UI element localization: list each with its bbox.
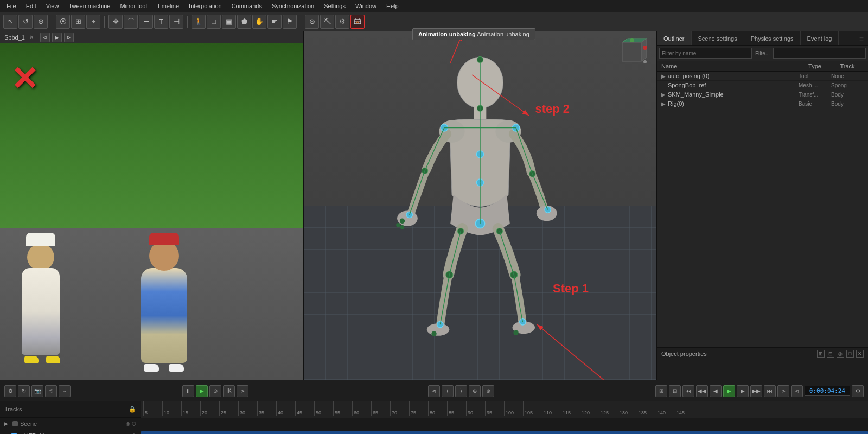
menu-file[interactable]: File <box>2 2 21 10</box>
tb-ik-btn[interactable]: IK <box>223 385 235 397</box>
tb-prev[interactable]: ◀◀ <box>696 385 708 397</box>
menu-help[interactable]: Help <box>382 2 403 10</box>
snap-btn[interactable]: ⌖ <box>86 15 100 29</box>
tb-next-ff[interactable]: ▶▶ <box>750 385 762 397</box>
tab-physics-settings[interactable]: Physics settings <box>744 31 801 45</box>
outliner-item-spongbob[interactable]: SpongBob_ref Mesh ... Spong <box>657 81 868 90</box>
tb-prev-f[interactable]: ◀ <box>710 385 722 397</box>
tb-play-r[interactable]: ▶ <box>723 385 735 397</box>
transform-btn[interactable]: ↖ <box>3 15 17 29</box>
left-transport: ⚙ ↻ 📷 ⟲ → ⏸ ▶ ⊙ IK ⊳ <box>4 385 276 397</box>
panel-menu-icon[interactable]: ≡ <box>855 34 868 43</box>
search-input[interactable] <box>659 48 752 59</box>
finger-btn[interactable]: ☛ <box>267 15 282 29</box>
tab-event-log[interactable]: Event log <box>801 31 839 45</box>
video-ctrl-3[interactable]: ⊳ <box>64 33 74 42</box>
video-ctrl-2[interactable]: ▶ <box>52 33 62 42</box>
tb-loop[interactable]: ⟲ <box>45 385 57 397</box>
box2-btn[interactable]: ▣ <box>222 15 236 29</box>
rm-25: 25 <box>219 401 238 416</box>
timeline-header-row: Tracks 🔒 5 10 15 20 25 30 35 40 45 50 55… <box>0 401 868 418</box>
rotate-btn[interactable]: ↺ <box>18 15 33 29</box>
bracket-btn[interactable]: ⊣ <box>169 15 183 29</box>
menu-settings[interactable]: Settings <box>320 2 350 10</box>
tb-next-f[interactable]: ▶ <box>737 385 749 397</box>
lock-icon[interactable]: 🔒 <box>129 406 136 413</box>
filter-input[interactable] <box>773 48 866 59</box>
tb-something[interactable]: ⊛ <box>482 385 494 397</box>
tb-prev-kf[interactable]: ⟨ <box>442 385 454 397</box>
tb-r2[interactable]: ⊟ <box>669 385 681 397</box>
tb-end[interactable]: ⏭ <box>764 385 776 397</box>
obj-icon-4[interactable]: □ <box>846 350 854 358</box>
tb-r3[interactable]: ⊲ <box>791 385 803 397</box>
tb-sync[interactable]: ↻ <box>18 385 30 397</box>
play-btn[interactable]: ▶ <box>196 385 208 397</box>
tb-add-key[interactable]: ⊕ <box>469 385 481 397</box>
tb-cam[interactable]: 📷 <box>31 385 43 397</box>
tb-next-kf[interactable]: ⟩ <box>455 385 467 397</box>
tb-key2[interactable]: ⊙ <box>209 385 221 397</box>
local-btn[interactable]: ⊞ <box>71 15 85 29</box>
outliner-item-skm-manny[interactable]: ▶ SKM_Manny_Simple Transf... Body <box>657 90 868 99</box>
menu-edit[interactable]: Edit <box>22 2 41 10</box>
track-content[interactable] <box>141 418 868 434</box>
tb-frame-in[interactable]: ⊲ <box>428 385 440 397</box>
svg-point-50 <box>643 46 647 50</box>
magnet-btn[interactable]: ⊛ <box>305 15 319 29</box>
obj-icon-2[interactable]: ⊟ <box>827 350 834 358</box>
ik-btn[interactable]: ⚙ <box>335 15 349 29</box>
tb-rec[interactable]: ⊳ <box>777 385 789 397</box>
tb-key3[interactable]: ⊳ <box>237 385 248 397</box>
toolbar-group-5: ⊛ ⛏ ⚙ <box>305 15 365 29</box>
menu-mirror-tool[interactable]: Mirror tool <box>116 2 151 10</box>
move-btn[interactable]: ✥ <box>108 15 123 29</box>
toolbar: ↖ ↺ ⊕ ⦿ ⊞ ⌖ ✥ ⌒ ⊢ T ⊣ 🚶 □ ▣ ⬟ ✋ ☛ ⚑ ⊛ ⛏ … <box>0 12 868 31</box>
tb-settings-r[interactable]: ⚙ <box>852 385 864 397</box>
scale-btn[interactable]: ⊕ <box>34 15 48 29</box>
viewcube[interactable] <box>611 36 652 76</box>
shape-btn[interactable]: ⬟ <box>237 15 251 29</box>
puppet-btn[interactable]: ⛏ <box>320 15 334 29</box>
hand-btn[interactable]: ✋ <box>252 15 266 29</box>
tab-scene-settings[interactable]: Scene settings <box>692 31 744 45</box>
walk-btn[interactable]: 🚶 <box>192 15 206 29</box>
menu-window[interactable]: Window <box>351 2 381 10</box>
ue5-label: + UE5_Manny <box>19 432 57 435</box>
menu-synchronization[interactable]: Synchronization <box>267 2 318 10</box>
menu-tween-machine[interactable]: Tween machine <box>64 2 114 10</box>
outliner-item-rig[interactable]: ▶ Rig(0) Basic Body <box>657 99 868 108</box>
flag-btn[interactable]: ⚑ <box>283 15 297 29</box>
sep-2 <box>104 16 105 28</box>
tb-rew[interactable]: ⏮ <box>682 385 694 397</box>
tb-r1[interactable]: ⊞ <box>655 385 667 397</box>
rm-110: 110 <box>542 401 561 416</box>
tb-key1[interactable]: ⏸ <box>182 385 194 397</box>
path-btn[interactable]: ⊢ <box>139 15 153 29</box>
scene-track-row[interactable]: ▶ Scene ◎ ⬡ <box>0 418 141 430</box>
menu-timeline[interactable]: Timeline <box>152 2 183 10</box>
item-track: Body <box>831 101 864 107</box>
obj-icon-1[interactable]: ⊞ <box>817 350 825 358</box>
tb-fwd[interactable]: → <box>59 385 71 397</box>
menu-commands[interactable]: Commands <box>227 2 266 10</box>
animation-unbaking-btn[interactable] <box>350 15 365 29</box>
scene-label: Scene <box>20 420 37 427</box>
rm-60: 60 <box>352 401 371 416</box>
ue5-manny-track-row[interactable]: + + UE5_Manny ◎ ⬡ <box>0 430 141 434</box>
menu-view[interactable]: View <box>42 2 63 10</box>
box-btn[interactable]: □ <box>207 15 221 29</box>
outliner-item-auto-posing[interactable]: ▶ auto_posing (0) Tool None <box>657 72 868 81</box>
curve-btn[interactable]: ⌒ <box>124 15 138 29</box>
obj-icon-5[interactable]: ✕ <box>856 350 864 358</box>
video-ctrl-1[interactable]: ⊲ <box>40 33 50 42</box>
item-name: SKM_Manny_Simple <box>668 91 799 98</box>
pivot-btn[interactable]: ⦿ <box>56 15 70 29</box>
tb-settings[interactable]: ⚙ <box>4 385 16 397</box>
tab-outliner[interactable]: Outliner <box>657 31 692 45</box>
text-btn[interactable]: T <box>154 15 168 29</box>
x-mark: ✕ <box>11 60 38 98</box>
video-tab-close[interactable]: ✕ <box>29 34 34 40</box>
obj-icon-3[interactable]: ◎ <box>837 350 844 358</box>
menu-interpolation[interactable]: Interpolation <box>184 2 226 10</box>
